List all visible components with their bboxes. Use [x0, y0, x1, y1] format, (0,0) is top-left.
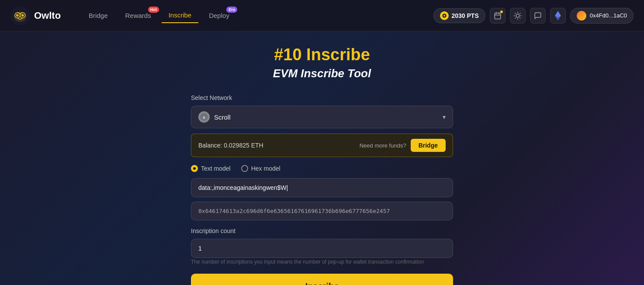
svg-text:S: S: [203, 116, 205, 120]
bridge-button[interactable]: Bridge: [411, 139, 446, 152]
pts-button[interactable]: 2030 PTS: [433, 8, 485, 23]
svg-point-6: [17, 14, 18, 15]
calendar-button[interactable]: [490, 8, 506, 24]
inscribe-button[interactable]: Inscribe: [191, 274, 453, 285]
logo[interactable]: Owlto: [10, 6, 61, 25]
svg-line-21: [515, 17, 516, 18]
chat-button[interactable]: [530, 8, 546, 24]
network-name: Scroll: [214, 113, 438, 121]
hot-badge: Hot: [148, 7, 159, 13]
nav-bridge[interactable]: Bridge: [82, 8, 114, 23]
page-title: #10 Inscribe: [274, 45, 370, 64]
svg-point-4: [16, 14, 19, 17]
nav-deploy[interactable]: Deploy Era: [202, 8, 236, 23]
svg-point-7: [23, 14, 24, 15]
logo-text: Owlto: [34, 10, 61, 21]
svg-line-22: [519, 13, 520, 14]
need-funds-label: Need more funds?: [360, 142, 406, 149]
network-icon: S: [198, 111, 210, 123]
svg-point-9: [443, 15, 445, 17]
model-radio-group: Text model Hex model: [191, 165, 453, 172]
inscription-text-input[interactable]: [191, 178, 453, 197]
wallet-address: 0x4Fd0...1aC0: [590, 12, 627, 19]
text-model-radio[interactable]: Text model: [191, 165, 231, 172]
theme-toggle-button[interactable]: [510, 8, 526, 24]
logo-icon: [10, 6, 30, 25]
hex-model-radio-circle: [241, 165, 248, 172]
wallet-button[interactable]: 0x4Fd0...1aC0: [570, 8, 634, 24]
network-select[interactable]: S Scroll ▾: [191, 106, 453, 128]
nav-right: 2030 PTS 0x4Fd0...1aC0: [433, 8, 634, 24]
main-content: #10 Inscribe EVM Inscribe Tool Select Ne…: [0, 31, 644, 285]
svg-point-5: [21, 14, 24, 17]
wallet-avatar: [577, 11, 586, 21]
hex-model-label: Hex model: [251, 165, 280, 172]
ethereum-button[interactable]: [550, 8, 566, 24]
svg-line-18: [519, 17, 520, 18]
pts-dot-icon: [440, 11, 449, 20]
inscription-count-label: Inscription count: [191, 227, 453, 234]
select-network-label: Select Network: [191, 94, 453, 101]
page-subtitle: EVM Inscribe Tool: [273, 67, 371, 80]
chevron-down-icon: ▾: [443, 113, 446, 120]
text-model-label: Text model: [201, 165, 231, 172]
navbar: Owlto Bridge Rewards Hot Inscribe Deploy…: [0, 0, 644, 31]
nav-links: Bridge Rewards Hot Inscribe Deploy Era: [82, 8, 433, 23]
nav-inscribe[interactable]: Inscribe: [162, 8, 199, 23]
balance-text: Balance: 0.029825 ETH: [198, 142, 263, 149]
inscribe-form: Select Network S Scroll ▾ Balance: 0.029…: [191, 94, 453, 285]
count-hint-text: The number of inscriptions you input mea…: [191, 259, 453, 265]
network-select-wrap: S Scroll ▾: [191, 106, 453, 128]
balance-bar: Balance: 0.029825 ETH Need more funds? B…: [191, 134, 453, 157]
era-badge: Era: [226, 7, 237, 13]
hex-display-input: [191, 202, 453, 220]
svg-point-14: [516, 14, 519, 17]
svg-line-17: [515, 13, 516, 14]
text-model-radio-circle: [191, 165, 198, 172]
nav-rewards[interactable]: Rewards Hot: [118, 8, 158, 23]
svg-rect-10: [495, 13, 501, 19]
pts-value: 2030 PTS: [451, 12, 478, 19]
hex-model-radio[interactable]: Hex model: [241, 165, 280, 172]
inscription-count-input[interactable]: [191, 239, 453, 258]
